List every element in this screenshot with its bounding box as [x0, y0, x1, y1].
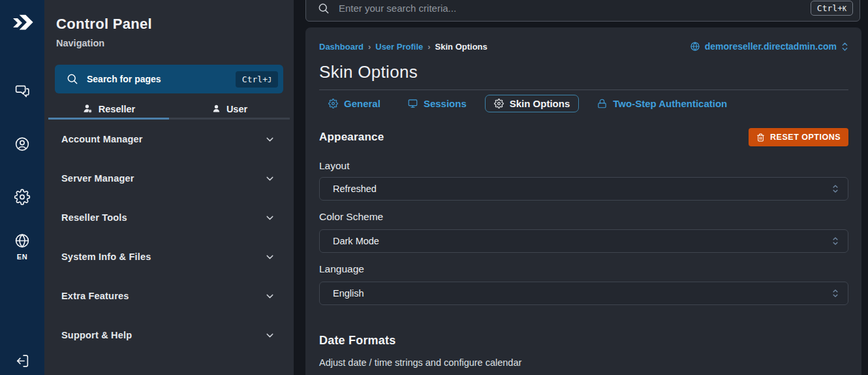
breadcrumb-user-profile[interactable]: User Profile: [375, 42, 423, 52]
tab-general[interactable]: General: [319, 95, 390, 112]
sidebar-search-shortcut: Ctrl+J: [236, 71, 278, 88]
color-scheme-select[interactable]: Dark Mode: [319, 229, 848, 253]
sidebar-tab-reseller[interactable]: Reseller: [48, 100, 169, 118]
title-divider: [319, 90, 848, 90]
main-area: Ctrl+K Dashboard › User Profile › Skin O…: [294, 0, 868, 375]
global-search-bar[interactable]: Ctrl+K: [305, 0, 860, 22]
sidebar-title: Control Panel: [56, 16, 152, 33]
monitor-icon: [408, 99, 418, 108]
directadmin-logo-icon[interactable]: [8, 8, 36, 36]
globe-icon: [690, 41, 700, 52]
language-label: Language: [319, 263, 848, 276]
reset-options-button[interactable]: RESET OPTIONS: [749, 128, 848, 146]
sort-chevrons-icon: [832, 184, 839, 193]
breadcrumb-current: Skin Options: [435, 42, 488, 52]
tab-two-step-authentication[interactable]: Two-Step Authentication: [588, 95, 736, 112]
language-code-label: EN: [0, 253, 44, 261]
sidebar-item-account-manager[interactable]: Account Manager: [44, 120, 294, 159]
layout-select[interactable]: Refreshed: [319, 177, 848, 201]
page-title: Skin Options: [319, 62, 848, 82]
sidebar-item-extra-features[interactable]: Extra Features: [44, 276, 294, 316]
chat-icon[interactable]: [14, 83, 31, 99]
domain-name: demoreseller.directadmin.com: [705, 41, 837, 52]
domain-selector[interactable]: demoreseller.directadmin.com: [690, 41, 848, 52]
chevron-down-icon: [264, 173, 275, 184]
date-formats-heading: Date Formats: [319, 334, 848, 348]
breadcrumb-dashboard[interactable]: Dashboard: [319, 42, 364, 52]
sidebar-item-support-help[interactable]: Support & Help: [44, 316, 294, 355]
global-search-input[interactable]: [339, 3, 811, 14]
lock-icon: [597, 99, 607, 108]
settings-gear-icon[interactable]: [14, 189, 31, 205]
chevron-down-icon: [264, 212, 275, 223]
sidebar-search-input[interactable]: [87, 74, 236, 84]
sidebar-item-server-manager[interactable]: Server Manager: [44, 159, 294, 198]
sidebar-tab-user[interactable]: User: [169, 100, 290, 118]
breadcrumb-separator: ›: [427, 42, 430, 52]
breadcrumb-separator: ›: [368, 42, 371, 52]
layout-select-value: Refreshed: [333, 184, 377, 194]
sidebar-tab-bar: Reseller User: [48, 100, 290, 118]
user-person-icon: [211, 104, 221, 114]
sort-chevrons-icon: [832, 236, 839, 246]
navigation-sidebar: Control Panel Navigation Ctrl+J: [44, 0, 294, 375]
profile-tab-bar: General Sessions: [319, 95, 848, 112]
chevron-down-icon: [264, 134, 275, 145]
language-globe-icon[interactable]: [14, 233, 31, 249]
sort-chevrons-icon: [832, 289, 839, 298]
search-icon: [66, 73, 79, 86]
appearance-heading: Appearance: [319, 131, 384, 144]
sidebar-subtitle: Navigation: [56, 38, 104, 48]
language-select-value: English: [333, 288, 364, 299]
sidebar-menu: Account Manager Server Manager Reseller …: [44, 120, 294, 355]
sidebar-tab-label: Reseller: [99, 104, 135, 114]
color-scheme-label: Color Scheme: [319, 211, 848, 223]
date-formats-description: Adjust date / time strings and configure…: [319, 357, 848, 368]
app-window: EN Control Panel Navigation Ctrl+J: [0, 0, 868, 375]
chevron-down-icon: [264, 291, 275, 302]
color-scheme-select-value: Dark Mode: [333, 236, 379, 246]
sidebar-tab-label: User: [226, 104, 247, 114]
content-card: Dashboard › User Profile › Skin Options …: [305, 27, 861, 375]
sidebar-item-reseller-tools[interactable]: Reseller Tools: [44, 198, 294, 237]
global-search-shortcut: Ctrl+K: [811, 1, 853, 16]
chevron-down-icon: [264, 252, 275, 263]
tab-skin-options[interactable]: Skin Options: [485, 95, 580, 112]
logout-icon[interactable]: [14, 353, 31, 369]
trash-icon: [756, 133, 765, 142]
icon-rail: EN: [0, 0, 44, 375]
profile-icon[interactable]: [14, 136, 31, 152]
sort-chevrons-icon: [841, 42, 848, 52]
gear-icon: [328, 99, 338, 108]
tab-sessions[interactable]: Sessions: [399, 95, 476, 112]
breadcrumb: Dashboard › User Profile › Skin Options: [319, 42, 488, 52]
chevron-down-icon: [264, 330, 275, 341]
gear-icon: [494, 99, 504, 108]
search-icon: [317, 2, 330, 15]
sidebar-item-system-info-files[interactable]: System Info & Files: [44, 237, 294, 276]
language-select[interactable]: English: [319, 282, 848, 305]
reseller-person-gear-icon: [82, 103, 93, 114]
sidebar-search[interactable]: Ctrl+J: [55, 65, 283, 93]
layout-label: Layout: [319, 160, 848, 172]
